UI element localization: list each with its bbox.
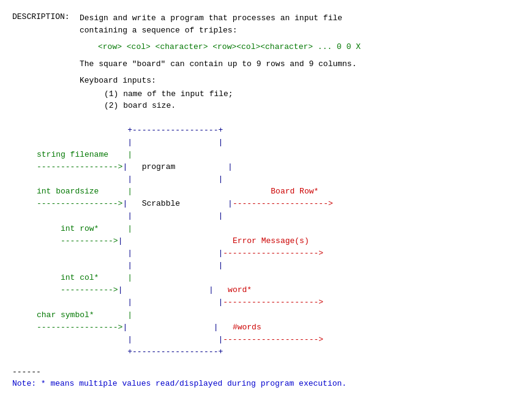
keyboard-section: Keyboard inputs: (1) name of the input f… — [80, 75, 361, 112]
diagram-pre: +------------------+ | | string filename… — [37, 124, 517, 359]
note-dashes: ------ — [12, 367, 517, 377]
page-content: DESCRIPTION: Design and write a program … — [12, 6, 517, 394]
desc-line1: Design and write a program that processe… — [80, 12, 361, 24]
keyboard-item1: (1) name of the input file; — [80, 88, 361, 100]
keyboard-item2: (2) board size. — [80, 100, 361, 112]
keyboard-label: Keyboard inputs: — [80, 75, 361, 87]
desc-line3: The square "board" can contain up to 9 r… — [80, 58, 361, 70]
description-section: DESCRIPTION: Design and write a program … — [12, 12, 517, 112]
code-line: <row> <col> <character> <row><col><chara… — [80, 41, 361, 53]
desc-line2: containing a sequence of triples: — [80, 24, 361, 37]
description-label: DESCRIPTION: — [12, 12, 80, 112]
description-text: Design and write a program that processe… — [80, 12, 361, 112]
diagram-section: +------------------+ | | string filename… — [12, 124, 517, 359]
note-text: Note: * means multiple values read/displ… — [12, 379, 517, 388]
note-section: ------ Note: * means multiple values rea… — [12, 367, 517, 388]
